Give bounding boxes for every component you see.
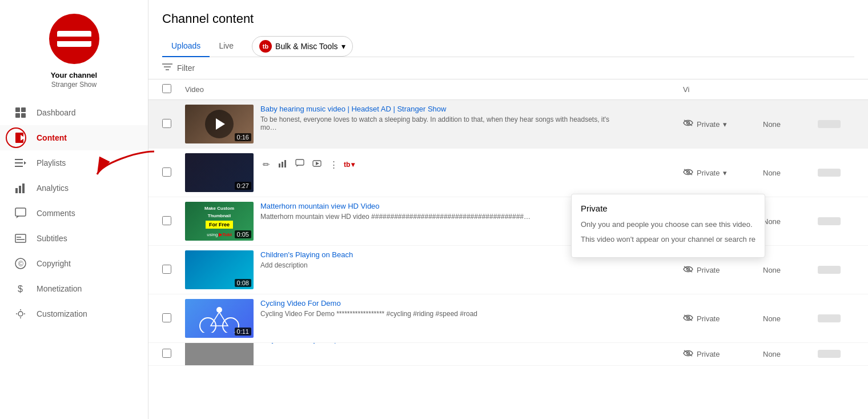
views-blurred-3 [818,217,841,225]
svg-rect-0 [15,107,20,112]
tubebuddy-button-2[interactable]: tb ▾ [344,161,355,169]
more-button-2[interactable]: ⋮ [327,157,340,172]
visibility-label-6: Private [697,350,720,358]
sidebar-item-monetization[interactable]: $ Monetization [0,276,148,301]
row-restriction-6: None [763,350,809,358]
row-checkbox-2[interactable] [162,167,171,177]
table-container: Video Vi 0:16 [148,79,868,419]
copyright-icon: © [14,257,27,270]
sidebar-item-customization[interactable]: Customization [0,301,148,326]
sidebar-item-label-playlists: Playlists [37,158,66,167]
sidebar-item-content[interactable]: Content [0,125,148,150]
video-title-1[interactable]: Baby hearing music video | Headset AD | … [260,105,626,113]
sidebar-item-analytics[interactable]: Analytics [0,175,148,201]
avatar-logo [57,31,91,47]
edit-button-2[interactable]: ✏ [260,157,272,172]
sidebar-item-comments[interactable]: Comments [0,201,148,226]
sidebar-item-subtitles[interactable]: Subtitles [0,226,148,251]
channel-avatar [49,14,99,64]
row-actions-2: ✏ ⋮ tb ▾ [260,157,626,172]
header-checkbox-cell [162,84,185,95]
row-checkbox-5[interactable] [162,313,171,322]
row-views-3 [809,217,854,226]
svg-rect-15 [15,234,26,242]
comments-button-2[interactable] [293,157,307,172]
video-info-6: Why Tube Buddy is important tool for You… [260,343,626,346]
sidebar-item-playlists[interactable]: Playlists [0,150,148,175]
dashboard-icon [14,106,27,119]
row-views-5 [809,314,854,323]
sidebar-item-label-content: Content [37,133,67,142]
filter-icon [162,63,172,73]
svg-rect-10 [15,188,18,193]
row-video-2: 0:27 ✏ ⋮ [185,153,626,192]
select-all-checkbox[interactable] [162,84,171,93]
row-restriction-2: None [763,169,809,177]
video-duration-3: 0:05 [235,230,251,238]
sidebar: Your channel Stranger Show Dashboard Con… [0,0,148,419]
row-checkbox-cell-4 [162,265,185,276]
svg-rect-2 [15,113,20,118]
video-title-5[interactable]: Cycling Video For Demo [260,299,626,308]
svg-rect-34 [284,160,286,167]
table-row: Why Tube Buddy is important tool for You… [148,343,868,366]
svg-rect-33 [282,162,283,167]
row-views-1 [809,120,854,129]
video-duration-5: 0:11 [235,328,251,336]
sidebar-item-label-analytics: Analytics [37,183,69,193]
video-thumbnail-5[interactable]: 0:11 [185,299,254,338]
visibility-dropdown-2[interactable]: ▾ [723,169,727,177]
sidebar-item-dashboard[interactable]: Dashboard [0,100,148,125]
header-video: Video [185,85,626,94]
row-views-2 [809,169,854,177]
row-visibility-1: Private ▾ [683,119,763,129]
tab-uploads[interactable]: Uploads [162,35,210,57]
tooltip-line2: This video won't appear on your channel … [581,234,756,245]
tab-live[interactable]: Live [210,35,243,57]
video-desc-1: To be honest, everyone loves to watch a … [260,115,626,131]
svg-rect-13 [15,208,26,216]
video-thumbnail-1[interactable]: 0:16 [185,105,254,143]
customization-icon [14,307,27,321]
video-thumbnail-3[interactable]: Make Custom Thumbnail For Free using ▶Tu… [185,202,254,241]
svg-rect-35 [296,159,304,165]
video-thumbnail-4[interactable]: 0:08 [185,250,254,289]
video-desc-4: Add description [260,261,626,269]
row-visibility-4: Private [683,265,763,275]
visibility-icon-1 [683,119,693,129]
svg-rect-11 [19,186,21,193]
row-checkbox-6[interactable] [162,349,171,358]
svg-rect-32 [279,163,280,167]
filter-row[interactable]: Filter [148,57,868,79]
row-checkbox-cell-5 [162,313,185,324]
svg-text:©: © [18,260,23,268]
svg-rect-12 [22,183,25,193]
tooltip-line1: Only you and people you choose can see t… [581,219,756,230]
row-checkbox-1[interactable] [162,119,171,128]
table-row: 0:27 ✏ ⋮ [148,149,868,197]
row-checkbox-4[interactable] [162,265,171,274]
visibility-label-2: Private [697,169,720,177]
visibility-dropdown-1[interactable]: ▾ [723,120,727,129]
analytics-button-2[interactable] [276,157,290,172]
row-video-4: 0:08 Children's Playing on Beach Add des… [185,250,626,289]
tubebuddy-label-2: tb [344,161,350,169]
row-checkbox-3[interactable] [162,216,171,225]
visibility-label-1: Private [697,120,720,129]
row-video-1: 0:16 Baby hearing music video | Headset … [185,105,626,143]
video-duration-4: 0:08 [235,279,251,287]
row-visibility-5: Private [683,314,763,324]
content-icon [14,131,27,145]
thumb-footer-3: using ▶Tubi [207,232,231,237]
svg-rect-3 [21,113,26,118]
row-restriction-5: None [763,314,809,323]
bulk-tools-button[interactable]: tb Bulk & Misc Tools ▾ [252,36,352,57]
sidebar-item-copyright[interactable]: © Copyright [0,251,148,276]
svg-marker-38 [316,162,319,165]
comments-icon [14,206,27,220]
youtube-button-2[interactable] [310,157,324,172]
video-title-6[interactable]: Why Tube Buddy is important tool for You… [260,343,626,344]
views-blurred-5 [818,314,841,322]
video-thumbnail-6[interactable] [185,343,254,366]
video-thumbnail-2[interactable]: 0:27 [185,153,254,192]
